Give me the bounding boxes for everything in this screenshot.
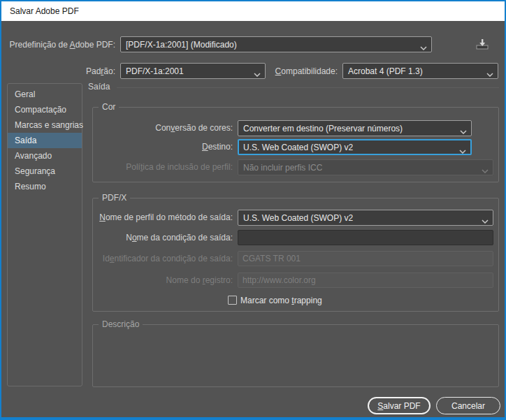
chevron-down-icon [482, 216, 489, 226]
compatibility-dropdown[interactable]: Acrobat 4 (PDF 1.3) [342, 63, 498, 79]
save-preset-button[interactable] [472, 37, 492, 52]
color-conversion-label: Conversão de cores: [93, 120, 233, 136]
output-condition-id-label: Identificador da condição de saída: [93, 251, 233, 266]
pdfx-group-legend: PDF/X [99, 193, 130, 203]
dialog-title: Salvar Adobe PDF [10, 6, 79, 16]
registry-name-label: Nome do registro: [93, 273, 233, 288]
color-group: Cor Conversão de cores: Converter em des… [92, 107, 499, 182]
destination-label: Destino: [93, 139, 233, 154]
output-intent-profile-label: Nome de perfil do método de saída: [93, 210, 233, 225]
description-group: Descrição [92, 324, 499, 387]
header-rule [117, 87, 499, 88]
cancel-button[interactable]: Cancelar [436, 397, 500, 414]
sidebar-item-saida[interactable]: Saída [8, 133, 82, 148]
chevron-down-icon [482, 166, 489, 175]
output-condition-id-input [238, 251, 493, 266]
chevron-down-icon [486, 69, 493, 79]
save-pdf-button[interactable]: Salvar PDF [368, 397, 431, 414]
standard-dropdown[interactable]: PDF/X-1a:2001 [120, 63, 266, 79]
preset-label: Predefinição de Adobe PDF: [7, 37, 115, 52]
destination-dropdown[interactable]: U.S. Web Coated (SWOP) v2 [238, 139, 472, 155]
profile-policy-label: Política de inclusão de perfil: [93, 159, 233, 175]
pdfx-group: PDF/X Nome de perfil do método de saída:… [92, 198, 499, 312]
title-bar[interactable]: Salvar Adobe PDF [1, 1, 505, 21]
color-group-legend: Cor [99, 102, 119, 113]
sidebar-item-seguranca[interactable]: Segurança [8, 164, 82, 179]
registry-name-input [238, 273, 493, 288]
panel-title: Saída [88, 82, 110, 92]
sidebar-item-marcas-e-sangrias[interactable]: Marcas e sangrias [8, 117, 82, 133]
chevron-down-icon [420, 43, 427, 52]
chevron-down-icon [460, 126, 467, 136]
compatibility-label: Compatibilidade: [259, 64, 338, 79]
profile-policy-dropdown: Não incluir perfis ICC [238, 159, 493, 175]
sidebar-item-resumo[interactable]: Resumo [8, 179, 82, 194]
preset-dropdown[interactable]: [PDF/X-1a:2001] (Modificado) [120, 36, 432, 52]
chevron-down-icon [459, 146, 466, 156]
color-conversion-dropdown[interactable]: Converter em destino (Preservar números) [238, 120, 472, 136]
output-intent-profile-dropdown[interactable]: U.S. Web Coated (SWOP) v2 [238, 210, 493, 226]
trapping-checkbox-label[interactable]: Marcar como trapping [240, 295, 322, 306]
output-condition-name-input[interactable] [238, 230, 493, 245]
standard-label: Padrão: [43, 64, 115, 79]
sidebar-item-compactacao[interactable]: Compactação [8, 102, 82, 117]
download-icon [475, 38, 490, 52]
panel-header: Saída [88, 79, 499, 94]
description-group-legend: Descrição [99, 319, 143, 330]
output-condition-name-label: Nome da condição de saída: [93, 230, 233, 245]
trapping-checkbox[interactable] [228, 296, 237, 305]
settings-category-list: Geral Compactação Marcas e sangrias Saíd… [7, 83, 82, 386]
save-adobe-pdf-dialog: Salvar Adobe PDF Predefinição de Adobe P… [0, 0, 506, 420]
sidebar-item-geral[interactable]: Geral [8, 87, 82, 102]
sidebar-item-avancado[interactable]: Avançado [8, 148, 82, 164]
